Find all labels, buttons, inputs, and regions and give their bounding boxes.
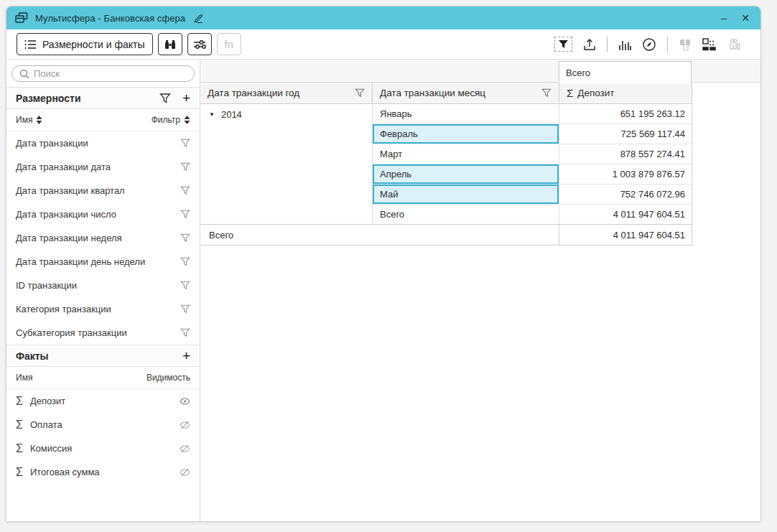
formula-fn-button: fn <box>217 33 241 55</box>
month-cell-selected[interactable]: Апрель <box>373 164 559 185</box>
dimension-list-item[interactable]: Дата транзакции квартал <box>6 179 200 202</box>
dimensions-facts-button[interactable]: Размерности и факты <box>17 33 153 55</box>
pivot-grand-total-row: Всего 4 011 947 604.51 <box>200 225 760 246</box>
dimension-filter-icon[interactable] <box>180 257 190 266</box>
dimension-name: Дата транзакции число <box>16 209 180 220</box>
dimension-filter-icon[interactable] <box>180 281 190 290</box>
pivot-header-year[interactable]: Дата транзакции год <box>200 83 373 104</box>
dimensions-section-header: Размерности + <box>6 87 200 109</box>
titlebar: Мультисфера - Банковская сфера – ✕ <box>6 6 760 29</box>
edit-title-icon[interactable] <box>192 13 204 24</box>
visibility-off-icon[interactable] <box>180 444 190 453</box>
search-box <box>11 65 195 82</box>
dimensions-facts-label: Размерности и факты <box>42 39 145 50</box>
dimensions-col-filter[interactable]: Фильтр <box>152 115 180 125</box>
sigma-icon: Σ <box>16 395 23 408</box>
close-button[interactable]: ✕ <box>735 9 756 27</box>
value-cell[interactable]: 651 195 263.12 <box>559 104 692 124</box>
dimension-list-item[interactable]: Дата транзакции <box>6 131 200 155</box>
sigma-icon: Σ <box>16 442 23 455</box>
settings-sliders-button[interactable] <box>187 33 212 55</box>
dimensions-filter-icon[interactable] <box>159 93 171 103</box>
fact-name: Итоговая сумма <box>30 467 172 477</box>
sort-filter-icon[interactable] <box>184 116 190 124</box>
value-cell[interactable]: 4 011 947 604.51 <box>559 205 692 225</box>
applied-filter-icon[interactable] <box>554 37 572 52</box>
pivot-top-total-cell[interactable]: Всего <box>559 61 692 83</box>
dimension-list-item[interactable]: Дата транзакции день недели <box>6 250 200 274</box>
dimension-name: Дата транзакции <box>16 138 180 149</box>
dimension-filter-icon[interactable] <box>180 186 190 195</box>
export-icon[interactable] <box>583 38 596 51</box>
fact-list-item[interactable]: ΣКомиссия <box>6 437 200 460</box>
visibility-off-icon[interactable] <box>180 421 190 429</box>
toolbar: Размерности и факты fn <box>6 29 760 60</box>
fact-list-item[interactable]: ΣДепозит <box>6 389 200 413</box>
dimensions-column-headers: Имя Фильтр <box>6 109 200 131</box>
fact-list-item[interactable]: ΣОплата <box>6 413 200 437</box>
dimension-name: Дата транзакции день недели <box>16 256 180 267</box>
dimension-filter-icon[interactable] <box>180 304 190 314</box>
month-cell[interactable]: Январь <box>373 104 559 124</box>
add-dimension-button[interactable]: + <box>182 91 190 105</box>
value-cell[interactable]: 878 557 274.41 <box>559 144 692 164</box>
month-cell[interactable]: Март <box>373 144 559 164</box>
dimension-list-item[interactable]: Дата транзакции дата <box>6 155 200 179</box>
fn-icon: fn <box>224 38 233 50</box>
pivot-header-fact[interactable]: Σ Депозит <box>559 83 692 104</box>
value-cell[interactable]: 725 569 117.44 <box>559 124 692 144</box>
minimize-button[interactable]: – <box>713 9 735 27</box>
pivot-year-cell[interactable]: ▼ 2014 <box>200 104 373 225</box>
structure-tree-icon[interactable] <box>702 38 717 51</box>
list-icon <box>24 39 37 50</box>
sort-name-icon[interactable] <box>36 116 42 124</box>
dimension-name: Дата транзакции квартал <box>16 185 180 196</box>
dimension-filter-icon[interactable] <box>180 233 190 243</box>
pivot-body: ▼ 2014 Январь651 195 263.12Февраль725 56… <box>200 104 760 225</box>
search-binoculars-button[interactable] <box>158 33 182 55</box>
grand-total-value-cell[interactable]: 4 011 947 604.51 <box>559 225 692 246</box>
app-logo-icon <box>15 12 28 24</box>
month-cell[interactable]: Всего <box>373 205 559 225</box>
dimensions-col-name[interactable]: Имя <box>16 115 32 125</box>
fact-list-item[interactable]: ΣИтоговая сумма <box>6 460 200 484</box>
dimension-list-item[interactable]: Дата транзакции число <box>6 202 200 226</box>
value-cell[interactable]: 752 746 072.96 <box>559 185 692 205</box>
visibility-on-icon[interactable] <box>180 398 190 405</box>
toolbar-divider <box>667 37 668 52</box>
pivot-top-strip: Всего <box>200 60 760 83</box>
dimension-list-item[interactable]: Дата транзакции неделя <box>6 226 200 250</box>
dimension-list-item[interactable]: ID транзакции <box>6 274 200 297</box>
pivot-header-month[interactable]: Дата транзакции месяц <box>373 83 559 104</box>
collapse-triangle-icon[interactable]: ▼ <box>209 111 215 118</box>
histogram-icon[interactable] <box>618 39 631 50</box>
dimension-name: ID транзакции <box>16 280 180 291</box>
dimension-list-item[interactable]: Субкатегория транзакции <box>6 321 200 345</box>
dimension-name: Категория транзакции <box>16 304 180 314</box>
month-filter-icon[interactable] <box>541 88 552 98</box>
year-value: 2014 <box>221 109 242 120</box>
dimension-list-item[interactable]: Категория транзакции <box>6 297 200 321</box>
facts-section-header: Факты + <box>6 345 200 367</box>
value-cell[interactable]: 1 003 879 876.57 <box>559 164 692 185</box>
add-fact-button[interactable]: + <box>182 349 190 363</box>
search-icon <box>19 69 29 79</box>
dimension-filter-icon[interactable] <box>180 328 190 337</box>
compass-icon[interactable] <box>642 37 656 52</box>
dimension-filter-icon[interactable] <box>180 210 190 219</box>
toolbar-divider <box>607 37 608 52</box>
visibility-off-icon[interactable] <box>180 468 190 477</box>
search-input[interactable] <box>34 68 187 79</box>
window-title: Мультисфера - Банковская сфера <box>35 13 185 24</box>
month-cell-selected[interactable]: Февраль <box>373 124 559 144</box>
grand-total-label-cell[interactable]: Всего <box>200 225 559 246</box>
dimension-filter-icon[interactable] <box>180 162 190 172</box>
dimension-filter-icon[interactable] <box>180 139 190 148</box>
sigma-icon: Σ <box>16 419 23 431</box>
year-filter-icon[interactable] <box>355 88 365 98</box>
content-area: Размерности + Имя Фильтр <box>6 60 760 521</box>
month-cell-selected[interactable]: Май <box>373 185 559 205</box>
dimensions-list: Дата транзакцииДата транзакции датаДата … <box>6 131 200 345</box>
sigma-icon: Σ <box>567 87 573 99</box>
facts-column-headers: Имя Видимость <box>6 367 200 389</box>
